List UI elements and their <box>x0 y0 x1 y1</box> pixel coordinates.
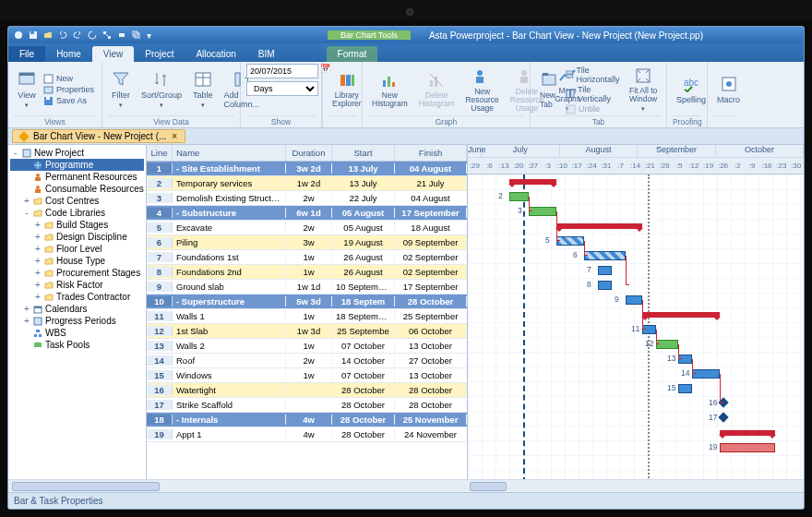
grid-row[interactable]: 12 1st Slab 1w 3d 25 Septembe 06 October <box>147 324 467 339</box>
col-line[interactable]: Line <box>147 145 173 161</box>
view-button[interactable]: View▾ <box>14 68 40 111</box>
table-button[interactable]: Table▾ <box>189 68 217 111</box>
grid-row[interactable]: 1 - Site Establishment 3w 2d 13 July 04 … <box>147 162 467 176</box>
grid-row[interactable]: 16 Watertight 28 October 28 October <box>147 383 467 398</box>
col-duration[interactable]: Duration <box>286 145 332 161</box>
new-resource-usage-button[interactable]: New Resource Usage <box>461 66 502 114</box>
grid-row[interactable]: 4 - Substructure 6w 1d 05 August 17 Sept… <box>147 206 467 221</box>
tree-item[interactable]: Permanent Resources <box>10 171 144 183</box>
tree-item[interactable]: +Design Discipline <box>10 231 144 243</box>
open-icon[interactable] <box>43 30 53 40</box>
grid-row[interactable]: 15 Windows 1w 07 October 13 October <box>147 368 467 383</box>
task-bar[interactable] <box>509 192 529 201</box>
summary-bar[interactable] <box>642 312 720 318</box>
timescale[interactable]: JuneJulyAugustSeptemberOctober :29:6:13:… <box>468 145 804 174</box>
grid-row[interactable]: 19 Appt 1 4w 28 October 24 November <box>147 427 467 442</box>
new-histogram-button[interactable]: New Histogram <box>368 69 412 110</box>
task-bar[interactable] <box>692 369 720 379</box>
fit-all-button[interactable]: Fit All to Window▾ <box>626 65 661 114</box>
link-icon[interactable] <box>102 30 112 40</box>
tab-allocation[interactable]: Allocation <box>185 46 246 62</box>
tree-item[interactable]: +Cost Centres <box>10 195 144 207</box>
goto-date-input[interactable] <box>246 64 318 78</box>
refresh-icon[interactable] <box>88 30 97 40</box>
task-grid[interactable]: Line Name Duration Start Finish 1 - Site… <box>147 145 468 492</box>
delete-histogram-button[interactable]: Delete Histogram <box>415 69 459 110</box>
grid-row[interactable]: 14 Roof 2w 14 October 27 October <box>147 354 467 368</box>
grid-row[interactable]: 13 Walls 2 1w 07 October 13 October <box>147 339 467 354</box>
tree-item[interactable]: +Progress Periods <box>10 315 144 327</box>
task-bar[interactable] <box>556 236 584 246</box>
tree-item[interactable]: +Floor Level <box>10 243 144 255</box>
tree-root[interactable]: -New Project <box>10 147 144 159</box>
task-bar[interactable] <box>529 207 556 216</box>
task-bar[interactable] <box>720 443 775 452</box>
tab-view[interactable]: View <box>92 46 135 62</box>
spelling-button[interactable]: abcSpelling <box>673 73 710 106</box>
tree-item[interactable]: +House Type <box>10 255 144 267</box>
timescale-unit-select[interactable]: Days <box>246 81 318 96</box>
tab-bim[interactable]: BIM <box>247 46 286 62</box>
milestone[interactable] <box>718 412 728 422</box>
tree-item[interactable]: -Code Libraries <box>10 207 144 219</box>
undo-icon[interactable] <box>58 30 67 40</box>
grid-hscroll[interactable] <box>147 479 468 492</box>
grid-row[interactable]: 9 Ground slab 1w 1d 10 September 17 Sept… <box>147 280 467 295</box>
macro-button[interactable]: Macro <box>713 73 744 106</box>
new-view-button[interactable]: New <box>43 74 94 84</box>
save-icon[interactable] <box>29 30 38 40</box>
grid-row[interactable]: 3 Demolish Existing Structure 2w 22 July… <box>147 191 467 206</box>
cascade-icon[interactable] <box>132 30 141 40</box>
filter-button[interactable]: Filter▾ <box>108 68 134 111</box>
grid-row[interactable]: 17 Strike Scaffold 28 October 28 October <box>147 398 467 413</box>
col-name[interactable]: Name <box>173 145 286 161</box>
tree-item[interactable]: +Calendars <box>10 303 144 315</box>
tab-project[interactable]: Project <box>134 46 185 62</box>
sort-group-button[interactable]: Sort/Group▾ <box>137 68 185 111</box>
tile-horizontally-button[interactable]: Tile Horizontally <box>566 66 622 84</box>
grid-row[interactable]: 5 Excavate 2w 05 August 18 August <box>147 221 467 235</box>
print-icon[interactable] <box>117 30 126 40</box>
tree-item[interactable]: WBS <box>10 327 144 339</box>
grid-row[interactable]: 10 - Superstructure 5w 3d 18 Septem 28 O… <box>147 295 467 309</box>
tree-item[interactable]: +Risk Factor <box>10 279 144 291</box>
tab-file[interactable]: File <box>8 46 45 62</box>
task-bar[interactable] <box>584 251 626 260</box>
task-bar[interactable] <box>678 384 692 393</box>
grid-row[interactable]: 6 Piling 3w 19 August 09 September <box>147 235 467 250</box>
gantt-hscroll[interactable] <box>468 479 804 492</box>
redo-icon[interactable] <box>73 30 82 40</box>
tab-home[interactable]: Home <box>45 46 92 62</box>
library-explorer-button[interactable]: Library Explorer <box>328 69 365 110</box>
task-bar[interactable] <box>626 295 642 305</box>
task-bar[interactable] <box>598 266 612 275</box>
untile-button[interactable]: Untile <box>566 104 622 114</box>
task-bar[interactable] <box>598 281 612 290</box>
delete-resource-usage-button[interactable]: Delete Resource Usage <box>507 66 547 114</box>
summary-bar[interactable] <box>720 430 775 436</box>
save-as-button[interactable]: Save As <box>43 96 94 106</box>
grid-row[interactable]: 7 Foundations 1st 1w 26 August 02 Septem… <box>147 250 467 265</box>
tree-item[interactable]: +Trades Contractor <box>10 291 144 303</box>
close-tab-button[interactable]: × <box>172 131 177 141</box>
tree-item[interactable]: Consumable Resources <box>10 183 144 195</box>
grid-row[interactable]: 18 - Internals 4w 28 October 25 November <box>147 413 467 427</box>
document-tab[interactable]: Bar Chart View - New Project (... × <box>12 129 185 143</box>
tree-item[interactable]: +Build Stages <box>10 219 144 231</box>
tree-item[interactable]: Programme <box>10 159 144 171</box>
project-explorer[interactable]: -New ProjectProgrammePermanent Resources… <box>8 145 147 492</box>
tile-vertically-button[interactable]: Tile Vertically <box>566 85 622 103</box>
tree-item[interactable]: Task Pools <box>10 339 144 351</box>
grid-row[interactable]: 2 Temporary services 1w 2d 13 July 21 Ju… <box>147 176 467 191</box>
gantt-chart[interactable]: JuneJulyAugustSeptemberOctober :29:6:13:… <box>468 145 804 492</box>
summary-bar[interactable] <box>556 223 642 229</box>
tree-item[interactable]: +Procurement Stages <box>10 267 144 279</box>
col-finish[interactable]: Finish <box>395 145 467 161</box>
grid-row[interactable]: 11 Walls 1 1w 18 September 25 September <box>147 309 467 324</box>
summary-bar[interactable] <box>509 179 556 185</box>
qat-dropdown-icon[interactable]: ▾ <box>147 30 156 40</box>
properties-button[interactable]: Properties <box>43 85 94 95</box>
col-start[interactable]: Start <box>332 145 395 161</box>
tab-format[interactable]: Format <box>327 46 378 62</box>
grid-row[interactable]: 8 Foundations 2nd 1w 26 August 02 Septem… <box>147 265 467 280</box>
